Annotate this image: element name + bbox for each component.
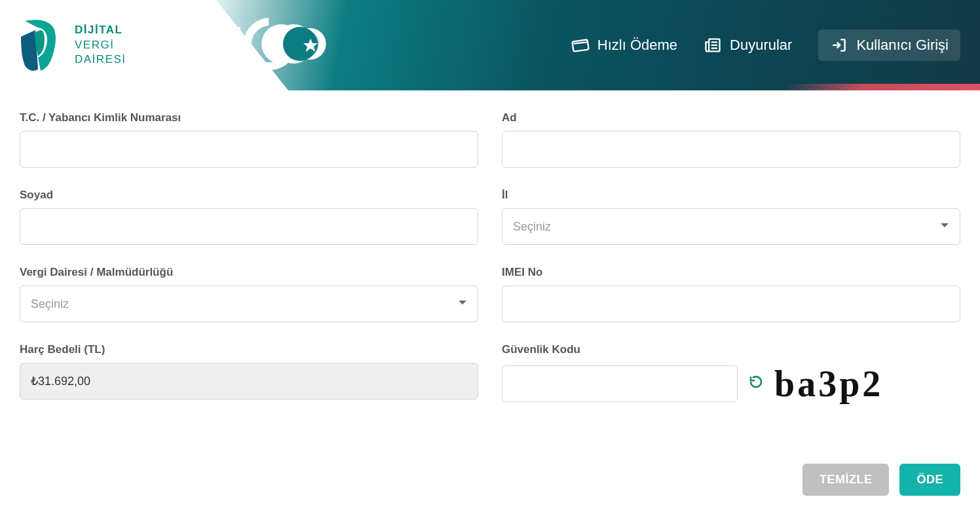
group-guvenlik: Güvenlik Kodu ba3p2 — [502, 343, 960, 405]
logo-text: DİJİTAL VERGİ DAİRESİ — [75, 23, 126, 68]
input-captcha[interactable] — [502, 365, 738, 402]
clear-button[interactable]: TEMİZLE — [802, 464, 890, 496]
card-icon — [571, 36, 590, 54]
logo-mark — [18, 17, 66, 73]
nav-quick-pay-label: Hızlı Ödeme — [597, 37, 677, 54]
pay-button[interactable]: ÖDE — [899, 464, 960, 496]
centennial-logo: 1 — [223, 15, 354, 75]
group-harc: Harç Bedeli (TL) — [20, 343, 478, 405]
label-harc: Harç Bedeli (TL) — [20, 343, 478, 356]
form-actions: TEMİZLE ÖDE — [20, 464, 960, 496]
label-tc: T.C. / Yabancı Kimlik Numarası — [20, 111, 478, 124]
logo-line1: DİJİTAL — [75, 23, 126, 38]
group-soyad: Soyad — [20, 189, 478, 245]
input-imei[interactable] — [502, 286, 960, 322]
nav-login-label: Kullanıcı Girişi — [856, 37, 949, 54]
captcha-image: ba3p2 — [774, 363, 883, 405]
group-il: İl Seçiniz — [502, 189, 960, 245]
svg-rect-6 — [572, 39, 588, 51]
label-il: İl — [502, 189, 960, 202]
select-il[interactable]: Seçiniz — [502, 208, 960, 245]
svg-line-7 — [573, 42, 587, 43]
nav-quick-pay[interactable]: Hızlı Ödeme — [571, 36, 677, 54]
logo-line3: DAİRESİ — [75, 52, 126, 67]
refresh-icon — [748, 374, 764, 394]
nav-announcements[interactable]: Duyurular — [704, 36, 792, 54]
input-tc[interactable] — [20, 131, 478, 168]
group-ad: Ad — [502, 111, 960, 168]
group-vd: Vergi Dairesi / Malmüdürlüğü Seçiniz — [20, 266, 478, 322]
logo-line2: VERGİ — [75, 38, 126, 53]
input-harc — [20, 363, 478, 399]
captcha-refresh-button[interactable] — [748, 374, 764, 394]
newspaper-icon — [704, 36, 722, 54]
label-ad: Ad — [502, 111, 960, 124]
group-imei: IMEI No — [502, 266, 960, 322]
app-header: DİJİTAL VERGİ DAİRESİ 1 Hızlı Öd — [0, 0, 980, 90]
main-nav: Hızlı Ödeme Duyurular — [571, 29, 980, 61]
select-vd[interactable]: Seçiniz — [20, 286, 478, 322]
label-vd: Vergi Dairesi / Malmüdürlüğü — [20, 266, 478, 279]
label-guvenlik: Güvenlik Kodu — [502, 343, 960, 356]
input-ad[interactable] — [502, 131, 960, 168]
label-soyad: Soyad — [20, 189, 478, 202]
form-content: T.C. / Yabancı Kimlik Numarası Ad Soyad … — [0, 90, 980, 520]
nav-login[interactable]: Kullanıcı Girişi — [818, 29, 960, 61]
group-tc: T.C. / Yabancı Kimlik Numarası — [20, 111, 478, 168]
input-soyad[interactable] — [20, 208, 478, 245]
nav-announcements-label: Duyurular — [730, 37, 792, 54]
login-icon — [830, 36, 848, 54]
label-imei: IMEI No — [502, 266, 960, 279]
